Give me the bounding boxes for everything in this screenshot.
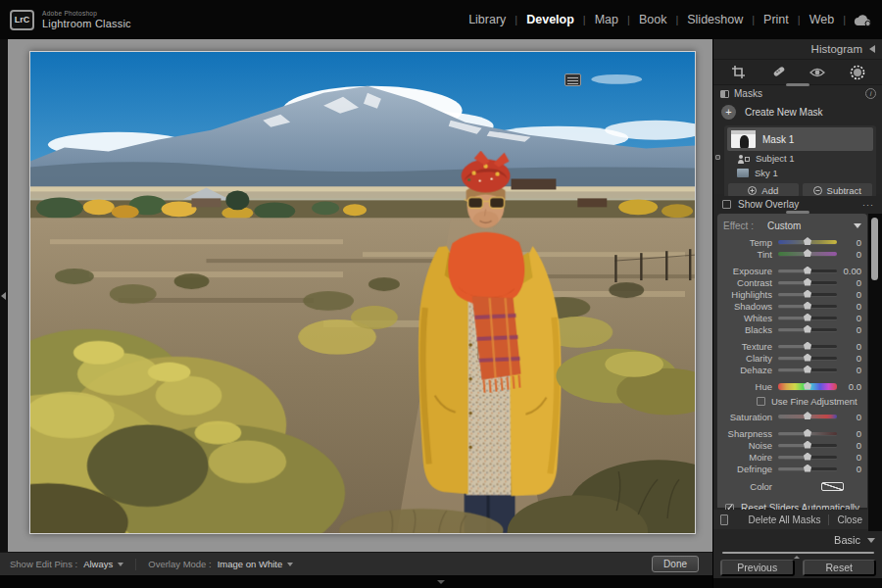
- color-swatch[interactable]: [821, 482, 844, 491]
- panel-scroll-track[interactable]: [868, 214, 882, 531]
- overlay-mode-value[interactable]: Image on White: [218, 559, 283, 569]
- slider-track[interactable]: [778, 456, 837, 459]
- info-icon[interactable]: [865, 88, 876, 99]
- masking-icon[interactable]: [850, 65, 865, 80]
- overflow-menu-icon[interactable]: ···: [862, 200, 874, 210]
- mask-component-sky[interactable]: Sky 1: [727, 166, 873, 180]
- slider-knob[interactable]: [804, 366, 812, 373]
- circle-plus-icon: [748, 186, 757, 195]
- slider-track[interactable]: [778, 467, 837, 470]
- slider-knob[interactable]: [804, 302, 812, 310]
- masks-panel-header[interactable]: Masks: [713, 86, 882, 99]
- effect-label: Effect :: [723, 220, 754, 231]
- show-edit-pins-value[interactable]: Always: [83, 559, 113, 569]
- collapse-filmstrip-arrow[interactable]: [437, 580, 445, 584]
- slider-knob[interactable]: [804, 465, 812, 472]
- slider-label: Defringe: [723, 464, 772, 474]
- slider-track[interactable]: [778, 415, 837, 418]
- expand-triangle-icon: [867, 538, 875, 543]
- red-eye-icon[interactable]: [809, 67, 825, 78]
- mask-sheet-icon[interactable]: [720, 514, 728, 525]
- module-print[interactable]: Print: [755, 13, 798, 26]
- slider-track[interactable]: [778, 317, 837, 319]
- slider-track[interactable]: [778, 240, 837, 244]
- slider-knob[interactable]: [804, 429, 812, 437]
- module-book[interactable]: Book: [630, 13, 676, 26]
- slider-knob[interactable]: [804, 354, 812, 362]
- mask-pin-indicator: [715, 155, 720, 160]
- slider-track[interactable]: [778, 383, 837, 390]
- slider-track[interactable]: [778, 328, 837, 331]
- slider-whites: Whites 0: [723, 312, 861, 323]
- slider-knob[interactable]: [804, 382, 812, 390]
- slider-knob[interactable]: [804, 267, 812, 274]
- overlay-mode-control[interactable]: Overlay Mode : Image on White: [148, 559, 293, 569]
- cloud-sync-icon[interactable]: [854, 14, 872, 26]
- slider-track[interactable]: [778, 357, 837, 360]
- heal-icon[interactable]: [770, 65, 785, 79]
- mask-1-row[interactable]: Mask 1: [727, 127, 873, 151]
- slider-knob[interactable]: [804, 453, 812, 461]
- slider-track[interactable]: [778, 270, 837, 272]
- slider-label: Exposure: [723, 266, 772, 276]
- slider-track[interactable]: [778, 444, 837, 447]
- slider-track[interactable]: [778, 252, 837, 256]
- slider-track[interactable]: [778, 293, 837, 296]
- delete-all-masks-button[interactable]: Delete All Masks: [749, 514, 821, 525]
- subtract-button[interactable]: Subtract: [803, 183, 873, 197]
- slider-knob[interactable]: [804, 441, 812, 449]
- done-button[interactable]: Done: [652, 556, 699, 572]
- lrc-badge-icon: LrC: [10, 10, 34, 30]
- effect-preset-dropdown[interactable]: Custom: [767, 220, 801, 231]
- mask-component-subject[interactable]: Subject 1: [727, 151, 873, 166]
- panel-grip[interactable]: [786, 83, 809, 86]
- module-web[interactable]: Web: [801, 13, 843, 26]
- slider-texture: Texture 0: [723, 340, 861, 352]
- module-develop[interactable]: Develop: [517, 13, 583, 26]
- top-bar: LrC Adobe Photoshop Lightroom Classic Li…: [0, 0, 882, 39]
- slider-knob[interactable]: [804, 412, 812, 419]
- previous-button[interactable]: Previous: [720, 560, 795, 576]
- slider-knob[interactable]: [804, 278, 812, 286]
- slider-knob[interactable]: [804, 237, 812, 245]
- panel-grip[interactable]: [786, 211, 809, 214]
- collapse-left-panel-arrow[interactable]: [1, 292, 6, 300]
- panel-scrollbar[interactable]: [871, 218, 878, 280]
- subject-label: Subject 1: [756, 153, 795, 164]
- crop-icon[interactable]: [731, 65, 746, 79]
- slider-track[interactable]: [778, 281, 837, 284]
- chevron-down-icon: [287, 563, 293, 566]
- slider-exposure: Exposure 0.00: [723, 265, 861, 276]
- use-fine-adjustment-checkbox[interactable]: [757, 397, 765, 406]
- landscape-portrait-photo: [30, 52, 695, 533]
- show-edit-pins-control[interactable]: Show Edit Pins : Always: [10, 559, 123, 569]
- module-slideshow[interactable]: Slideshow: [678, 13, 752, 26]
- panel-caret-icon[interactable]: [794, 556, 800, 559]
- create-new-mask-button[interactable]: + Create New Mask: [721, 102, 875, 122]
- collapse-triangle-icon[interactable]: [854, 223, 861, 228]
- slider-track[interactable]: [778, 345, 837, 348]
- slider-track[interactable]: [778, 432, 837, 435]
- slider-knob[interactable]: [804, 342, 812, 350]
- basic-panel-header[interactable]: Basic: [713, 531, 882, 549]
- slider-track[interactable]: [778, 305, 837, 308]
- slider-knob[interactable]: [804, 249, 812, 257]
- close-button[interactable]: Close: [837, 514, 862, 525]
- panel-bottom-strip: [713, 578, 882, 588]
- slider-knob[interactable]: [804, 314, 812, 321]
- slider-value: 0: [841, 237, 861, 248]
- add-button[interactable]: Add: [728, 183, 799, 197]
- slider-knob[interactable]: [804, 325, 812, 333]
- slider-label: Tint: [723, 249, 772, 260]
- slider-knob[interactable]: [804, 290, 812, 298]
- reset-button[interactable]: Reset: [803, 560, 877, 576]
- module-map[interactable]: Map: [586, 13, 627, 26]
- mask-edit-pin[interactable]: [564, 74, 581, 86]
- slider-track[interactable]: [778, 368, 837, 371]
- slider-value: 0: [841, 428, 861, 439]
- module-library[interactable]: Library: [460, 13, 514, 26]
- histogram-panel-header[interactable]: Histogram: [713, 39, 882, 59]
- mask-group: Mask 1 Subject 1 Sky 1: [724, 125, 876, 202]
- photo: [29, 51, 696, 534]
- show-overlay-checkbox[interactable]: [722, 200, 731, 209]
